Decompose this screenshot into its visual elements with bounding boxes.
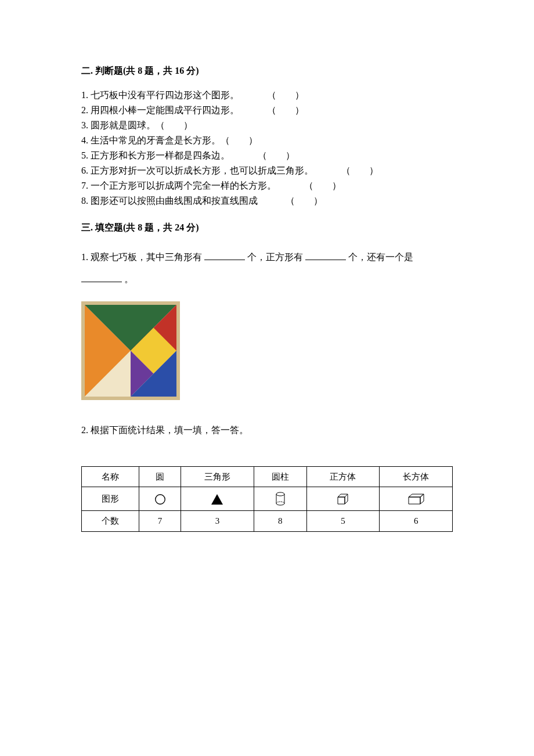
cube-icon	[306, 487, 380, 511]
blank	[204, 250, 245, 260]
circle-icon	[139, 487, 181, 511]
shape-table: 名称 圆 三角形 圆柱 正方体 长方体 图形	[81, 466, 453, 532]
tangram-image	[81, 301, 453, 400]
judgment-item: 6. 正方形对折一次可以折成长方形，也可以折成三角形。 （ ）	[81, 164, 453, 178]
svg-point-7	[155, 495, 165, 505]
table-row-shapes: 图形	[82, 487, 453, 511]
count-cuboid: 6	[380, 511, 453, 532]
judgment-item: 7. 一个正方形可以折成两个完全一样的长方形。 （ ）	[81, 179, 453, 193]
row-label-count: 个数	[82, 511, 139, 532]
svg-marker-16	[409, 494, 424, 497]
triangle-icon	[181, 487, 254, 511]
count-triangle: 3	[181, 511, 254, 532]
fill-q1-part2: 个，正方形有	[247, 252, 303, 262]
svg-marker-8	[211, 494, 223, 505]
page: 二. 判断题(共 8 题，共 16 分) 1. 七巧板中没有平行四边形这个图形。…	[0, 0, 534, 756]
blank	[305, 250, 346, 260]
shape-table-wrap: 名称 圆 三角形 圆柱 正方体 长方体 图形	[81, 466, 453, 532]
section2-questions: 1. 七巧板中没有平行四边形这个图形。 （ ） 2. 用四根小棒一定能围成平行四…	[81, 88, 453, 208]
row-label-shape: 图形	[82, 487, 139, 511]
svg-marker-17	[420, 494, 424, 504]
cuboid-icon	[380, 487, 453, 511]
header-triangle: 三角形	[181, 466, 254, 487]
judgment-item: 5. 正方形和长方形一样都是四条边。 （ ）	[81, 149, 453, 163]
count-circle: 7	[139, 511, 181, 532]
fill-q1-part3: 个，还有一个是	[348, 252, 413, 262]
count-cube: 5	[306, 511, 380, 532]
section3-title: 三. 填空题(共 8 题，共 24 分)	[81, 221, 453, 235]
table-row-headers: 名称 圆 三角形 圆柱 正方体 长方体	[82, 466, 453, 487]
header-cylinder: 圆柱	[254, 466, 306, 487]
cylinder-icon	[254, 487, 306, 511]
svg-marker-14	[345, 494, 348, 504]
fill-q1: 1. 观察七巧板，其中三角形有 个，正方形有 个，还有一个是 。	[81, 246, 453, 291]
fill-q1-part4: 。	[124, 274, 134, 284]
judgment-item: 3. 圆形就是圆球。（ ）	[81, 118, 453, 132]
header-circle: 圆	[139, 466, 181, 487]
table-row-counts: 个数 7 3 8 5 6	[82, 511, 453, 532]
judgment-item: 1. 七巧板中没有平行四边形这个图形。 （ ）	[81, 88, 453, 102]
section2-title: 二. 判断题(共 8 题，共 16 分)	[81, 64, 453, 78]
header-cuboid: 长方体	[380, 466, 453, 487]
svg-point-9	[276, 492, 284, 496]
fill-q2: 2. 根据下面统计结果，填一填，答一答。	[81, 423, 453, 437]
svg-marker-12	[338, 497, 345, 504]
judgment-item: 8. 图形还可以按照由曲线围成和按直线围成 （ ）	[81, 194, 453, 208]
header-cube: 正方体	[306, 466, 380, 487]
svg-marker-15	[409, 497, 420, 504]
fill-q1-part1: 1. 观察七巧板，其中三角形有	[81, 252, 202, 262]
tangram-icon	[81, 301, 180, 400]
judgment-item: 4. 生活中常见的牙膏盒是长方形。（ ）	[81, 134, 453, 147]
count-cylinder: 8	[254, 511, 306, 532]
blank	[81, 272, 122, 282]
row-label-name: 名称	[82, 466, 139, 487]
judgment-item: 2. 用四根小棒一定能围成平行四边形。 （ ）	[81, 103, 453, 117]
